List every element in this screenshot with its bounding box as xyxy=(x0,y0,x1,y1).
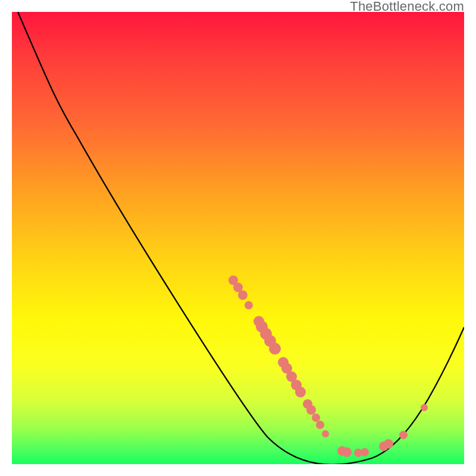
data-point xyxy=(312,414,320,422)
data-point xyxy=(238,290,248,300)
data-point xyxy=(306,405,316,415)
data-point xyxy=(245,301,253,309)
data-point xyxy=(269,343,281,355)
chart-root: TheBottleneck.com xyxy=(0,0,476,476)
data-point xyxy=(421,404,428,411)
data-point xyxy=(342,447,352,457)
scatter-points xyxy=(228,275,428,457)
bottleneck-curve xyxy=(18,12,464,464)
data-point xyxy=(322,430,329,437)
watermark-text: TheBottleneck.com xyxy=(350,0,464,13)
data-point xyxy=(361,448,369,456)
curve-layer xyxy=(12,12,464,464)
data-point xyxy=(316,421,324,429)
data-point xyxy=(399,431,408,439)
data-point xyxy=(384,439,393,449)
data-point xyxy=(295,387,306,397)
plot-area xyxy=(12,12,464,464)
